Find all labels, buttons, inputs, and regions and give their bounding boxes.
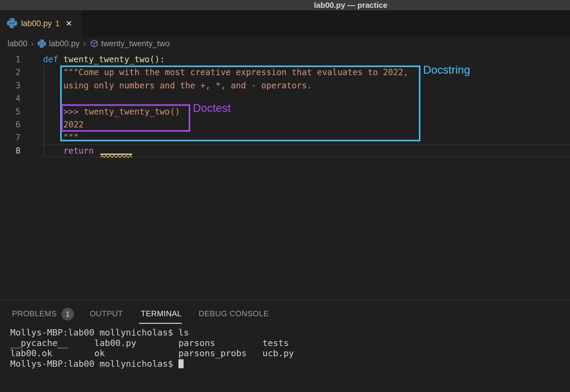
line-number[interactable]: 2 <box>0 66 20 79</box>
code-text: def twenty_twenty_two(): <box>20 53 165 66</box>
line-number[interactable]: 8 <box>0 144 20 157</box>
titlebar[interactable]: lab00.py — practice <box>0 0 570 11</box>
panel-tab-problems[interactable]: PROBLEMS <box>12 309 57 318</box>
terminal-line: lab00.ok ok parsons_probs ucb.py <box>10 348 294 359</box>
active-tab-underline <box>139 323 182 324</box>
chevron-right-icon: › <box>83 39 86 48</box>
vscode-window: lab00.py — practice lab00.py 1 ✕ lab00 › <box>0 0 570 392</box>
terminal-line: __pycache__ lab00.py parsons tests <box>10 338 294 348</box>
tab-bar: lab00.py 1 ✕ <box>0 10 570 37</box>
squiggle-zigzag <box>100 155 132 158</box>
doctest-annotation-box <box>61 104 190 132</box>
warning-squiggle <box>100 154 132 158</box>
tab-filename: lab00.py <box>21 19 52 28</box>
panel-tab-debug-console[interactable]: DEBUG CONSOLE <box>199 309 269 318</box>
breadcrumb-folder[interactable]: lab00 <box>8 39 27 48</box>
close-icon[interactable]: ✕ <box>66 19 72 28</box>
code-text: return <box>20 144 94 157</box>
terminal-output[interactable]: Mollys-MBP:lab00 mollynicholas$ ls__pyca… <box>10 327 294 369</box>
python-icon <box>7 18 17 30</box>
code-line[interactable]: 1def twenty_twenty_two(): <box>0 53 570 66</box>
breadcrumb: lab00 › lab00.py › twenty_twenty_two <box>0 37 570 50</box>
symbol-method-cube-icon <box>90 39 99 48</box>
panel-tab-output[interactable]: OUTPUT <box>90 309 123 318</box>
line-number[interactable]: 1 <box>0 53 20 66</box>
tab-problem-count: 1 <box>55 19 60 28</box>
chevron-right-icon: › <box>31 39 34 48</box>
tab-lab00-py[interactable]: lab00.py 1 ✕ <box>0 10 82 37</box>
terminal-cursor <box>178 359 184 368</box>
line-number[interactable]: 3 <box>0 79 20 92</box>
problems-count-badge: 1 <box>61 308 74 320</box>
code-text <box>20 92 43 105</box>
line-number[interactable]: 5 <box>0 105 20 118</box>
window-title: lab00.py — practice <box>314 0 387 10</box>
breadcrumb-file[interactable]: lab00.py <box>49 39 79 48</box>
terminal-line: Mollys-MBP:lab00 mollynicholas$ ls <box>10 327 294 338</box>
breadcrumb-symbol[interactable]: twenty_twenty_two <box>101 39 170 48</box>
docstring-annotation-label: Docstring <box>423 64 470 76</box>
panel-tab-terminal[interactable]: TERMINAL <box>141 309 181 318</box>
line-number[interactable]: 6 <box>0 118 20 131</box>
doctest-annotation-label: Doctest <box>193 102 231 115</box>
line-number[interactable]: 7 <box>0 131 20 144</box>
python-icon <box>37 39 46 48</box>
line-number[interactable]: 4 <box>0 92 20 105</box>
code-line[interactable]: 8 return <box>0 144 570 157</box>
terminal-prompt-line: Mollys-MBP:lab00 mollynicholas$ <box>10 359 294 369</box>
